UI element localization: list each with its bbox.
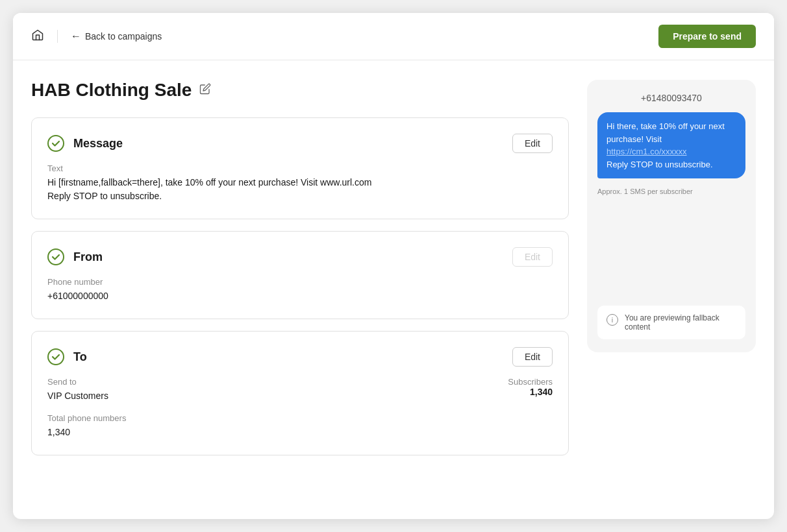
- left-panel: HAB Clothing Sale: [31, 80, 569, 467]
- sms-link[interactable]: https://cm1.co/xxxxxx: [606, 147, 687, 156]
- topbar-divider: [57, 30, 58, 43]
- back-arrow-icon: ←: [71, 30, 81, 42]
- home-icon[interactable]: [31, 29, 44, 45]
- prepare-to-send-button[interactable]: Prepare to send: [658, 25, 756, 48]
- phone-number-label: Phone number: [47, 277, 553, 287]
- message-text-value: Hi [firstname,fallback=there], take 10% …: [47, 176, 553, 203]
- page-title-area: HAB Clothing Sale: [31, 80, 569, 101]
- to-edit-button[interactable]: Edit: [512, 347, 553, 367]
- preview-phone-number: +61480093470: [597, 93, 745, 103]
- to-card: To Edit Send to VIP Customers Subscriber…: [31, 331, 569, 455]
- message-text-label: Text: [47, 163, 553, 173]
- info-icon: i: [606, 314, 618, 326]
- main-window: ← Back to campaigns Prepare to send HAB …: [13, 13, 774, 519]
- sms-bubble: Hi there, take 10% off your next purchas…: [597, 112, 745, 178]
- from-card: From Edit Phone number +61000000000: [31, 231, 569, 319]
- total-phones-label: Total phone numbers: [47, 413, 553, 423]
- send-to-label: Send to: [47, 377, 503, 387]
- to-send-to-row: Send to VIP Customers Subscribers 1,340: [47, 377, 553, 403]
- sms-text-line2: Reply STOP to unsubscribe.: [606, 160, 713, 169]
- main-content: HAB Clothing Sale: [13, 60, 774, 487]
- subscribers-right: Subscribers 1,340: [508, 377, 553, 403]
- approx-sms-note: Approx. 1 SMS per subscriber: [597, 187, 745, 195]
- subscribers-label: Subscribers: [508, 377, 553, 387]
- phone-preview: +61480093470 Hi there, take 10% off your…: [587, 80, 756, 352]
- from-card-title: From: [73, 250, 103, 264]
- to-card-title: To: [73, 350, 87, 364]
- topbar: ← Back to campaigns Prepare to send: [13, 13, 774, 60]
- message-card-title: Message: [73, 137, 123, 151]
- message-check-icon: [47, 135, 64, 152]
- page-title: HAB Clothing Sale: [31, 80, 192, 101]
- back-to-campaigns-link[interactable]: ← Back to campaigns: [71, 30, 162, 42]
- topbar-left: ← Back to campaigns: [31, 29, 162, 45]
- phone-number-value: +61000000000: [47, 289, 553, 303]
- right-panel: +61480093470 Hi there, take 10% off your…: [587, 80, 756, 467]
- to-check-icon: [47, 348, 64, 365]
- send-to-left: Send to VIP Customers: [47, 377, 503, 403]
- title-edit-icon[interactable]: [199, 83, 211, 98]
- fallback-notice-text: You are previewing fallback content: [625, 313, 736, 332]
- from-card-header-left: From: [47, 248, 103, 265]
- subscribers-value: 1,340: [508, 387, 553, 397]
- message-card-header: Message Edit: [47, 134, 553, 153]
- from-card-header: From Edit: [47, 247, 553, 267]
- message-card: Message Edit Text Hi [firstname,fallback…: [31, 117, 569, 219]
- to-card-header: To Edit: [47, 347, 553, 367]
- preview-fallback-notice: i You are previewing fallback content: [597, 306, 745, 339]
- from-check-icon: [47, 248, 64, 265]
- back-link-label: Back to campaigns: [85, 31, 162, 42]
- sms-text-line1: Hi there, take 10% off your next purchas…: [606, 121, 725, 144]
- send-to-value: VIP Customers: [47, 389, 503, 403]
- message-card-header-left: Message: [47, 135, 123, 152]
- total-phones-value: 1,340: [47, 426, 553, 439]
- from-edit-button[interactable]: Edit: [512, 247, 553, 267]
- message-edit-button[interactable]: Edit: [512, 134, 553, 153]
- to-card-header-left: To: [47, 348, 87, 365]
